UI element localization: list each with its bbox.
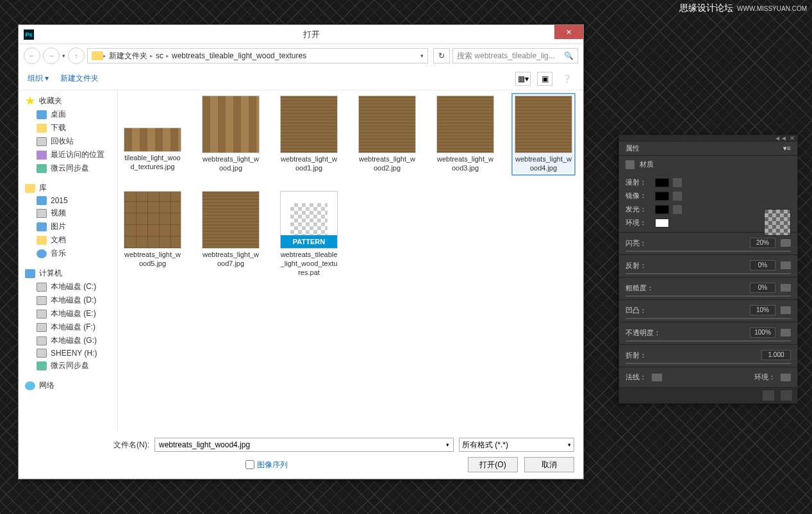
panel-menu-icon[interactable]: ▾≡ bbox=[783, 144, 791, 153]
sidebar-item-drive-d[interactable]: 本地磁盘 (D:) bbox=[19, 294, 117, 307]
sidebar-favorites-header[interactable]: 收藏夹 bbox=[19, 94, 117, 108]
sidebar-item-music[interactable]: 音乐 bbox=[19, 247, 117, 260]
shine-slider[interactable] bbox=[626, 251, 791, 252]
panel-handle[interactable]: ◄◄✕ bbox=[619, 135, 797, 142]
file-item[interactable]: tileable_light_wood_textures.jpg bbox=[123, 95, 182, 173]
panel-tab-properties[interactable]: 属性 bbox=[626, 144, 640, 153]
texture-folder-icon[interactable] bbox=[781, 329, 791, 336]
sidebar-computer-header[interactable]: 计算机 bbox=[19, 267, 117, 280]
sidebar-item-videos[interactable]: 视频 bbox=[19, 206, 117, 220]
sidebar-network-header[interactable]: 网络 bbox=[19, 379, 117, 392]
breadcrumb-item[interactable]: webtreats_tileable_light_wood_textures bbox=[172, 51, 306, 60]
navbar: ← → ▾ ↑ ▸ 新建文件夹 ▸ sc ▸ webtreats_tileabl… bbox=[19, 44, 583, 67]
cancel-button[interactable]: 取消 bbox=[524, 457, 574, 472]
refresh-button[interactable]: ↻ bbox=[433, 48, 450, 63]
rough-slider[interactable] bbox=[626, 295, 791, 297]
chevron-down-icon[interactable]: ▾ bbox=[446, 442, 449, 448]
sidebar-item-weiyun[interactable]: 微云同步盘 bbox=[19, 162, 117, 175]
reflect-slider[interactable] bbox=[626, 273, 791, 274]
trash-icon[interactable] bbox=[781, 390, 792, 401]
texture-folder-icon[interactable] bbox=[781, 261, 791, 269]
reflect-row: 反射：0% bbox=[619, 258, 797, 273]
recent-dropdown-icon[interactable]: ▾ bbox=[62, 53, 65, 59]
breadcrumb-item[interactable]: sc bbox=[156, 51, 163, 60]
help-button[interactable]: ❔ bbox=[559, 72, 574, 86]
filename-label: 文件名(N): bbox=[28, 440, 149, 451]
rough-value[interactable]: 0% bbox=[750, 283, 775, 293]
collapse-icon[interactable]: ◄◄ bbox=[774, 135, 787, 142]
diffuse-swatch[interactable] bbox=[655, 178, 669, 187]
sidebar-item-pictures[interactable]: 图片 bbox=[19, 220, 117, 233]
drive-icon bbox=[37, 283, 47, 292]
filter-select[interactable]: 所有格式 (*.*)▾ bbox=[459, 438, 574, 452]
texture-picker-icon[interactable] bbox=[673, 178, 682, 187]
sidebar: 收藏夹 桌面 下载 回收站 最近访问的位置 微云同步盘 库 2015 视频 图片… bbox=[19, 90, 118, 431]
sidebar-item-desktop[interactable]: 桌面 bbox=[19, 108, 117, 121]
bump-value[interactable]: 10% bbox=[750, 305, 775, 315]
up-button[interactable]: ↑ bbox=[68, 47, 85, 64]
address-bar[interactable]: ▸ 新建文件夹 ▸ sc ▸ webtreats_tileable_light_… bbox=[87, 48, 428, 63]
back-button[interactable]: ← bbox=[24, 47, 40, 64]
sidebar-item-downloads[interactable]: 下载 bbox=[19, 121, 117, 135]
shine-value[interactable]: 20% bbox=[750, 238, 775, 248]
filename-input[interactable]: webtreats_light_wood4.jpg▾ bbox=[154, 438, 454, 452]
opacity-slider[interactable] bbox=[626, 340, 791, 342]
preview-pane-button[interactable]: ▣ bbox=[537, 72, 552, 86]
sidebar-item-drive-f[interactable]: 本地磁盘 (F:) bbox=[19, 320, 117, 334]
texture-folder-icon[interactable] bbox=[781, 374, 791, 381]
sidebar-item-recent[interactable]: 最近访问的位置 bbox=[19, 148, 117, 162]
sidebar-item-2015[interactable]: 2015 bbox=[19, 195, 117, 206]
new-folder-button[interactable]: 新建文件夹 bbox=[60, 73, 99, 84]
image-sequence-checkbox[interactable]: 图像序列 bbox=[245, 460, 288, 470]
texture-picker-icon[interactable] bbox=[673, 205, 682, 214]
sidebar-item-drive-e[interactable]: 本地磁盘 (E:) bbox=[19, 307, 117, 320]
texture-folder-icon[interactable] bbox=[781, 239, 791, 247]
file-item[interactable]: webtreats_light_wood3.jpg bbox=[436, 95, 495, 173]
file-item[interactable]: webtreats_light_wood.jpg bbox=[201, 95, 260, 173]
texture-folder-icon[interactable] bbox=[781, 306, 791, 314]
file-item[interactable]: webtreats_light_wood1.jpg bbox=[279, 95, 338, 173]
forward-button[interactable]: → bbox=[43, 47, 60, 64]
refract-value[interactable]: 1.000 bbox=[761, 350, 791, 360]
view-mode-button[interactable]: ▦▾ bbox=[515, 72, 531, 86]
material-preview[interactable] bbox=[764, 209, 791, 236]
close-icon[interactable]: ✕ bbox=[790, 135, 795, 142]
glow-swatch[interactable] bbox=[655, 205, 669, 214]
ambient-swatch[interactable] bbox=[655, 219, 669, 228]
watermark-sub: WWW.MISSYUAN.COM bbox=[737, 5, 807, 12]
sidebar-item-documents[interactable]: 文档 bbox=[19, 233, 117, 247]
opacity-value[interactable]: 100% bbox=[750, 327, 775, 338]
chevron-right-icon[interactable]: ▸ bbox=[166, 53, 169, 59]
organize-button[interactable]: 组织 ▾ bbox=[28, 73, 49, 84]
panel-footer-icon[interactable] bbox=[763, 390, 774, 401]
drive-icon bbox=[37, 296, 47, 305]
file-item[interactable]: PATTERNwebtreats_tileable_light_wood_tex… bbox=[279, 191, 338, 278]
sidebar-item-weiyun2[interactable]: 微云同步盘 bbox=[19, 359, 117, 372]
chevron-right-icon[interactable]: ▸ bbox=[150, 53, 153, 59]
star-icon bbox=[25, 97, 35, 106]
texture-folder-icon[interactable] bbox=[781, 284, 791, 292]
search-icon[interactable]: 🔍 bbox=[564, 51, 574, 60]
breadcrumb-item[interactable]: 新建文件夹 bbox=[109, 51, 147, 62]
texture-folder-icon[interactable] bbox=[652, 374, 662, 381]
close-button[interactable]: ✕ bbox=[554, 25, 583, 39]
bump-slider[interactable] bbox=[626, 318, 791, 319]
file-item[interactable]: webtreats_light_wood5.jpg bbox=[123, 191, 182, 278]
sidebar-item-drive-c[interactable]: 本地磁盘 (C:) bbox=[19, 280, 117, 294]
specular-swatch[interactable] bbox=[655, 192, 669, 201]
texture-picker-icon[interactable] bbox=[673, 192, 682, 201]
open-button[interactable]: 打开(O) bbox=[468, 457, 518, 472]
drive-icon bbox=[37, 323, 47, 332]
reflect-value[interactable]: 0% bbox=[750, 260, 775, 270]
sidebar-item-drive-g[interactable]: 本地磁盘 (G:) bbox=[19, 334, 117, 347]
file-item[interactable]: webtreats_light_wood2.jpg bbox=[358, 95, 417, 173]
search-input[interactable]: 搜索 webtreats_tileable_lig... 🔍 bbox=[452, 48, 578, 63]
file-item[interactable]: webtreats_light_wood7.jpg bbox=[201, 191, 260, 278]
sidebar-item-recycle[interactable]: 回收站 bbox=[19, 135, 117, 148]
refract-slider[interactable] bbox=[626, 363, 791, 364]
sidebar-item-drive-h[interactable]: SHEENY (H:) bbox=[19, 347, 117, 359]
sidebar-library-header[interactable]: 库 bbox=[19, 181, 117, 195]
address-dropdown-icon[interactable]: ▾ bbox=[420, 53, 424, 59]
file-item-selected[interactable]: webtreats_light_wood4.jpg bbox=[514, 95, 573, 173]
chevron-right-icon[interactable]: ▸ bbox=[103, 53, 106, 59]
